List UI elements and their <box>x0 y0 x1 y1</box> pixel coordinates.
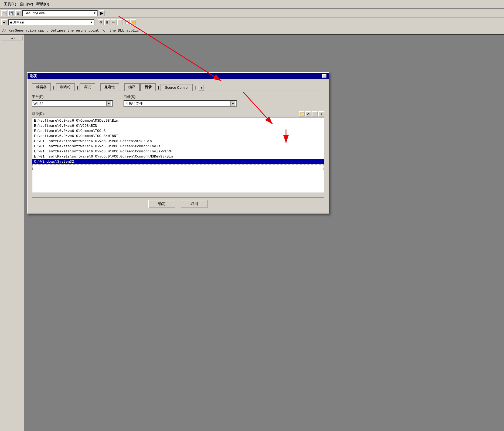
path-item-3[interactable]: E:\software\6.0\vc6.0\Common\TOOLS\WINNT <box>32 134 324 139</box>
path-new-btn[interactable]: 📁 <box>299 111 305 117</box>
dialog-question-btn[interactable]: ? <box>322 74 326 78</box>
main-area: ─▲× 选项 ? 编辑器 | 制表符 | 调试 | 兼容性 | <box>0 35 504 431</box>
tab-debug[interactable]: 调试 <box>80 83 95 91</box>
toolbar-btn-1[interactable]: 🗁 <box>1 10 7 16</box>
toolbar2-combo-value: ◆DllMain <box>10 20 24 24</box>
platform-combo-arrow[interactable]: ▼ <box>106 101 111 106</box>
path-item-0[interactable]: E:\software\6.0\vc6.0\Common\MSDev98\Bin <box>32 118 324 123</box>
path-item-1[interactable]: E:\software\6.0\vc6.0\VC98\BIN <box>32 123 324 128</box>
dialog-buttons: 确定 取消 <box>32 197 324 210</box>
tab-scroll-arrow[interactable]: ◄ <box>199 85 204 91</box>
titlebar-buttons: ? <box>322 74 326 78</box>
tb2-btn3[interactable]: ✂ <box>111 19 117 25</box>
path-down-btn[interactable]: ↓ <box>318 111 324 117</box>
path-item-5[interactable]: E:\01 softPakets\software\6.0\vc6.0\VC6.… <box>32 144 324 149</box>
toolbar-btn-3[interactable]: 🖨 <box>15 10 21 16</box>
path-toolbar: 📁 ✕ ↑ ↓ <box>299 111 324 117</box>
code-text: // KeyGeneration.cpp : Defines the entry… <box>2 29 139 33</box>
path-item-4[interactable]: E:\01 softPakets\software\6.0\vc6.0\VC6.… <box>32 139 324 144</box>
platform-combo[interactable]: Win32 ▼ <box>32 100 113 107</box>
cancel-button[interactable]: 取消 <box>181 200 208 208</box>
tb2-btn5[interactable]: 📋 <box>124 19 130 25</box>
tab-tabstops[interactable]: 制表符 <box>56 83 75 91</box>
menubar: 工具(T) 窗口(W) 帮助(H) <box>0 0 504 9</box>
path-item-7[interactable]: E:\01 softPakets\software\6.0\vc6.0\VC6.… <box>32 154 324 159</box>
directory-combo[interactable]: 可执行文件 ▼ <box>124 100 237 107</box>
platform-label: 平台(P) <box>32 94 113 99</box>
tb2-btn6[interactable]: ✋ <box>130 19 136 25</box>
tb2-btn4[interactable]: ! <box>117 19 123 25</box>
sidebar-btn-minimize[interactable]: ─▲× <box>1 36 23 40</box>
toolbar1: 🗁 💾 🖨 iSecurityLevel ▼ ▶ <box>0 9 504 18</box>
toolbar-combo-value: iSecurityLevel <box>24 11 46 15</box>
directory-label: 目录(S): <box>124 94 237 99</box>
path-delete-btn[interactable]: ✕ <box>305 111 311 117</box>
path-item-2[interactable]: E:\software\6.0\vc6.0\Common\TOOLS <box>32 128 324 134</box>
path-section: 路径(D): 📁 ✕ ↑ ↓ E:\software\6.0\vc6.0\Com… <box>32 111 324 193</box>
tab-source-control[interactable]: Source Control <box>161 84 193 91</box>
menu-help[interactable]: 帮助(H) <box>35 1 50 7</box>
directory-value: 可执行文件 <box>125 101 143 106</box>
tab-compat[interactable]: 兼容性 <box>100 83 119 91</box>
path-label: 路径(D): <box>32 111 45 116</box>
toolbar2-combo-arrow[interactable]: ▼ <box>90 21 93 24</box>
dialog-content: 编辑器 | 制表符 | 调试 | 兼容性 | 编译 目录 | Source Co… <box>28 79 329 213</box>
menu-tools[interactable]: 工具(T) <box>2 1 18 7</box>
directory-combo-arrow[interactable]: ▼ <box>230 101 235 106</box>
toolbar2: ◄ ◆DllMain ▼ ⚙ ⊞ ✂ ! 📋 ✋ <box>0 18 504 27</box>
form-group-platform: 平台(P) Win32 ▼ <box>32 94 113 107</box>
path-item-6[interactable]: E:\01 softPakets\software\6.0\vc6.0\VC6.… <box>32 149 324 154</box>
form-row-platform: 平台(P) Win32 ▼ 目录(S): 可执行文件 ▼ <box>32 94 324 107</box>
tb2-btn1[interactable]: ⚙ <box>98 19 104 25</box>
ok-button[interactable]: 确定 <box>148 200 175 208</box>
dialog-window: 选项 ? 编辑器 | 制表符 | 调试 | 兼容性 | 编译 目录 | <box>27 72 329 214</box>
path-header: 路径(D): 📁 ✕ ↑ ↓ <box>32 111 324 117</box>
dialog-titlebar: 选项 ? <box>28 73 329 79</box>
path-up-btn[interactable]: ↑ <box>312 111 318 117</box>
path-item-8[interactable]: C:\Windows\System32 <box>32 159 324 164</box>
question-icon: ? <box>323 75 325 78</box>
form-group-directory: 目录(S): 可执行文件 ▼ <box>124 94 237 107</box>
toolbar-btn-run[interactable]: ▶ <box>99 10 105 16</box>
path-item-9[interactable] <box>32 164 324 170</box>
toolbar2-combo[interactable]: ◆DllMain ▼ <box>8 19 94 25</box>
tb2-btn2[interactable]: ⊞ <box>104 19 110 25</box>
tabs-container: 编辑器 | 制表符 | 调试 | 兼容性 | 编译 目录 | Source Co… <box>32 83 324 91</box>
toolbar-combo-1[interactable]: iSecurityLevel ▼ <box>22 10 98 16</box>
path-listbox[interactable]: E:\software\6.0\vc6.0\Common\MSDev98\Bin… <box>32 118 324 193</box>
code-bar: // KeyGeneration.cpp : Defines the entry… <box>0 27 504 35</box>
platform-value: Win32 <box>33 102 43 106</box>
tab-compile[interactable]: 编译 <box>124 83 140 91</box>
sidebar: ─▲× <box>0 35 24 431</box>
toolbar-combo-arrow[interactable]: ▼ <box>93 12 96 15</box>
toolbar-btn-2[interactable]: 💾 <box>8 10 14 16</box>
tab-editor[interactable]: 编辑器 <box>32 83 51 91</box>
tab-directory[interactable]: 目录 <box>140 83 156 91</box>
dialog-title: 选项 <box>30 74 37 78</box>
toolbar2-btn-back[interactable]: ◄ <box>1 19 7 25</box>
menu-window[interactable]: 窗口(W) <box>18 1 35 7</box>
